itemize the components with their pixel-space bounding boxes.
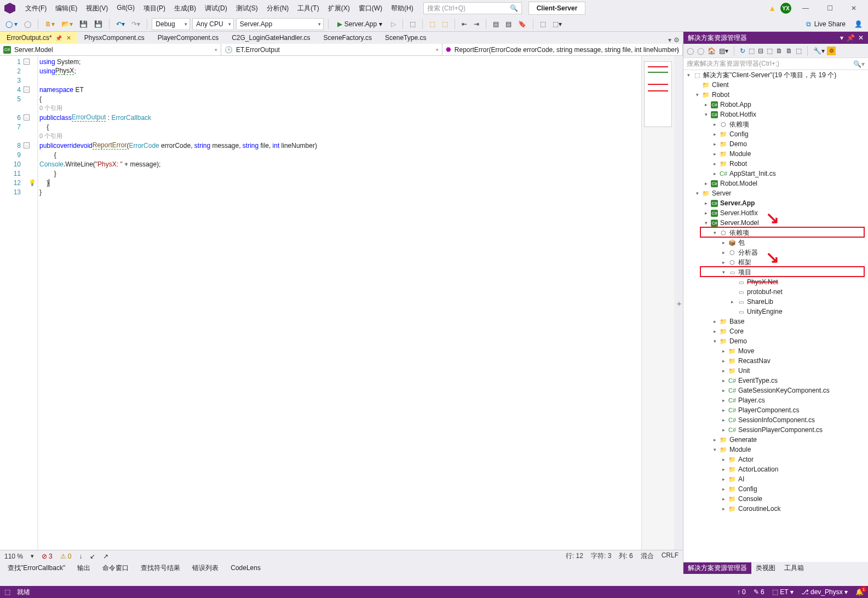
wrench-icon[interactable]: 🔧▾ (813, 47, 825, 55)
show-all-icon[interactable]: ⬚ (767, 47, 773, 55)
toolbar-icon[interactable]: ⬚▾ (550, 19, 564, 29)
document-tab[interactable]: SceneFactory.cs (317, 32, 378, 44)
menu-item[interactable]: 扩展(X) (324, 2, 354, 15)
redo-icon[interactable]: ↷▾ (129, 19, 142, 29)
tree-node[interactable]: ▸⬡分析器 (683, 248, 868, 257)
maximize-button[interactable]: ☐ (820, 2, 840, 15)
solution-tab[interactable]: 工具箱 (780, 562, 808, 574)
panel-pin-icon[interactable]: 📌 (847, 34, 855, 42)
document-tab[interactable]: ErrorOutput.cs*📌✕ (0, 32, 78, 44)
menu-item[interactable]: 编辑(E) (51, 2, 82, 15)
tree-node[interactable]: ▭protobuf-net (683, 287, 868, 297)
document-tab[interactable]: PhysxComponent.cs (78, 32, 151, 44)
pin-icon[interactable]: 📌 (55, 35, 62, 41)
git-branch[interactable]: ⎇ dev_Physx ▾ (801, 588, 848, 596)
tree-node[interactable]: ▸📁Config (683, 129, 868, 139)
liveshare-button[interactable]: ⧉ Live Share (802, 19, 850, 29)
bottom-tab[interactable]: CodeLens (225, 563, 266, 573)
open-file-icon[interactable]: 📂▾ (59, 19, 75, 29)
filter-icon[interactable]: ⬚ (749, 47, 755, 55)
menu-item[interactable]: 项目(P) (139, 2, 170, 15)
solution-tree[interactable]: ▾⬚ 解决方案"Client-Server"(19 个项目，共 19 个) 📁C… (683, 70, 868, 562)
tree-node[interactable]: ▸C#Player.cs (683, 395, 868, 405)
zoom-combo[interactable]: 110 % (4, 553, 23, 560)
eol-indicator[interactable]: CRLF (662, 551, 679, 561)
sync-icon[interactable]: ↻ (740, 47, 745, 55)
solution-tab[interactable]: 解决方案资源管理器 (683, 562, 751, 574)
toolbar-icon[interactable]: ⬚ (538, 19, 548, 29)
member-combo[interactable]: ⬣ReportError(ErrorCode errorCode, string… (442, 44, 683, 55)
bottom-tab[interactable]: 查找符号结果 (135, 562, 186, 574)
menu-item[interactable]: 文件(F) (21, 2, 51, 15)
menu-item[interactable]: 视图(V) (82, 2, 112, 15)
line-indicator[interactable]: 行: 12 (566, 551, 583, 561)
tree-node[interactable]: ▸📁Move (683, 346, 868, 356)
tree-node[interactable]: ▸C#SessionInfoComponent.cs (683, 415, 868, 425)
menu-item[interactable]: 生成(B) (170, 2, 200, 15)
tree-node[interactable]: ▾▭项目 (683, 267, 868, 277)
panel-close-icon[interactable]: ✕ (858, 34, 864, 42)
tree-node[interactable]: ▸C#AppStart_Init.cs (683, 169, 868, 179)
tree-node[interactable]: ▸📁Generate (683, 435, 868, 445)
solution-root-node[interactable]: ▾⬚ 解决方案"Client-Server"(19 个项目，共 19 个) (683, 70, 868, 80)
start-debug-button[interactable]: ▶Server.App ▾ (333, 19, 387, 29)
new-project-icon[interactable]: 🗎▾ (43, 19, 57, 29)
forward-icon[interactable]: ◯ (697, 47, 704, 55)
tree-node[interactable]: ▸C#SessionPlayerComponent.cs (683, 425, 868, 435)
bottom-tab[interactable]: 错误列表 (187, 562, 224, 574)
nav-icon[interactable]: ↓ (79, 553, 82, 560)
tree-node[interactable]: ▾📁Robot (683, 90, 868, 100)
tree-node[interactable]: ▸▭ShareLib (683, 297, 868, 307)
tree-node[interactable]: ▸📁ActorLocation (683, 464, 868, 474)
git-push-count[interactable]: ↑ 0 (737, 588, 746, 596)
class-combo[interactable]: 🕒ET.ErrorOutput (221, 44, 442, 55)
back-icon[interactable]: ◯ (687, 47, 694, 55)
menu-item[interactable]: Git(G) (112, 2, 139, 15)
char-indicator[interactable]: 字符: 3 (591, 551, 611, 561)
toolbar-icon[interactable]: ⬚ (407, 19, 418, 29)
code-editor[interactable]: using System;using PhysX;namespace ET{ 0… (37, 56, 641, 550)
col-indicator[interactable]: 列: 6 (619, 551, 633, 561)
solution-tab[interactable]: 类视图 (751, 562, 780, 574)
tree-node[interactable]: ▸📁Base (683, 317, 868, 326)
tree-node[interactable]: ▾C#Server.Model (683, 218, 868, 228)
document-tab[interactable]: C2G_LoginGateHandler.cs (225, 32, 317, 44)
nav-forward-button[interactable]: ◯ (22, 19, 33, 29)
tree-node[interactable]: ▸📁Demo (683, 139, 868, 149)
toolbar-icon[interactable]: ⬚ (440, 19, 450, 29)
menu-item[interactable]: 测试(S) (232, 2, 262, 15)
git-changes-count[interactable]: ✎ 6 (754, 588, 764, 596)
tree-node[interactable]: ▸📁Robot (683, 159, 868, 169)
menu-item[interactable]: 窗口(W) (354, 2, 387, 15)
tree-node[interactable]: ▸📁AI (683, 474, 868, 484)
bottom-tab[interactable]: 命令窗口 (97, 562, 134, 574)
warning-icon[interactable]: ▲ (768, 4, 776, 13)
scope-combo[interactable]: C#Server.Model (0, 44, 221, 55)
tree-node[interactable]: ▸📁RecastNav (683, 356, 868, 366)
panel-dropdown-icon[interactable]: ▾ (840, 34, 843, 42)
outdent-icon[interactable]: ⇥ (472, 19, 481, 29)
scrollbar-map[interactable] (641, 56, 674, 550)
startup-project-combo[interactable]: Server.App (236, 18, 324, 30)
tree-node[interactable]: ▸📁Console (683, 494, 868, 504)
collapse-icon[interactable]: ⊟ (758, 47, 763, 55)
indent-icon[interactable]: ⇤ (459, 19, 469, 29)
document-tab[interactable]: PlayerComponent.cs (151, 32, 225, 44)
platform-combo[interactable]: Any CPU (192, 18, 233, 30)
notifications-button[interactable]: 🔔1 (855, 588, 864, 596)
tree-node[interactable]: ▾⬡依赖项 (683, 228, 868, 238)
tree-node[interactable]: ▸C#Robot.Model (683, 179, 868, 188)
user-avatar[interactable]: YX (780, 3, 791, 14)
tree-node[interactable]: ▸📁Config (683, 484, 868, 494)
tree-node[interactable]: ▸C#GateSessionKeyComponent.cs (683, 386, 868, 395)
bottom-tab[interactable]: 输出 (72, 562, 96, 574)
bottom-tab[interactable]: 查找"ErrorCallback" (2, 562, 71, 574)
tree-node[interactable]: ▸📦包 (683, 238, 868, 248)
tabstrip-overflow-icon[interactable]: ▾ (668, 36, 671, 44)
menu-item[interactable]: 帮助(H) (387, 2, 418, 15)
tree-node[interactable]: ▸C#Server.App (683, 198, 868, 208)
solution-search-input[interactable]: 搜索解决方案资源管理器(Ctrl+;) 🔍▾ (683, 58, 868, 70)
tree-node[interactable]: ▾📁Module (683, 445, 868, 455)
tree-node[interactable]: ▸⬡依赖项 (683, 119, 868, 129)
error-count[interactable]: ⊘ 3 (42, 553, 53, 560)
